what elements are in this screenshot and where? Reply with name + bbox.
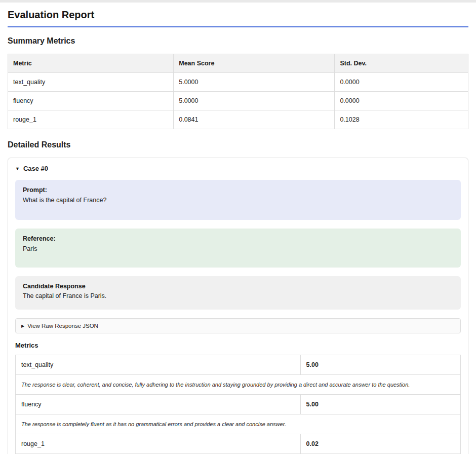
case-title: Case #0 [23, 165, 48, 172]
metric-name-cell: text_quality [16, 355, 301, 375]
metrics-heading: Metrics [15, 342, 461, 349]
mean-score-cell: 5.0000 [174, 73, 335, 92]
candidate-response-box: Candidate Response The capital of France… [15, 276, 461, 310]
metric-row: fluency 5.00 [16, 395, 461, 414]
prompt-box: Prompt: What is the capital of France? [15, 180, 461, 220]
column-header-std-dev: Std. Dev. [335, 54, 468, 73]
summary-metrics-table: Metric Mean Score Std. Dev. text_quality… [8, 54, 468, 129]
report-page: Evaluation Report Summary Metrics Metric… [0, 3, 476, 454]
metric-explanation-row: The response is clear, coherent, and con… [16, 375, 461, 395]
prompt-label: Prompt: [23, 186, 453, 195]
summary-header-row: Metric Mean Score Std. Dev. [8, 54, 468, 73]
table-row: fluency 5.0000 0.0000 [8, 92, 468, 110]
candidate-response-text: The capital of France is Paris. [23, 292, 453, 300]
metric-score-cell: 5.00 [300, 395, 460, 414]
page-title: Evaluation Report [8, 9, 468, 27]
chevron-right-icon: ▶ [21, 324, 24, 328]
metric-row: text_quality 5.00 [16, 355, 461, 375]
metric-name-cell: fluency [16, 395, 301, 414]
mean-score-cell: 5.0000 [174, 92, 335, 110]
metric-name-cell: text_quality [8, 73, 174, 92]
view-raw-json-label: View Raw Response JSON [27, 323, 98, 329]
chevron-down-icon: ▼ [15, 166, 20, 171]
case-card-0: ▼ Case #0 Prompt: What is the capital of… [8, 158, 468, 454]
reference-text: Paris [23, 245, 453, 253]
std-dev-cell: 0.0000 [335, 92, 468, 110]
table-row: text_quality 5.0000 0.0000 [8, 73, 468, 92]
column-header-mean-score: Mean Score [174, 54, 335, 73]
reference-label: Reference: [23, 235, 453, 243]
column-header-metric: Metric [8, 54, 174, 73]
view-raw-json-toggle[interactable]: ▶ View Raw Response JSON [15, 318, 461, 333]
std-dev-cell: 0.1028 [335, 110, 468, 129]
metric-score-cell: 5.00 [300, 355, 460, 375]
metric-row: rouge_1 0.02 [16, 434, 461, 454]
case-metrics-table: text_quality 5.00 The response is clear,… [15, 355, 461, 454]
metric-name-cell: rouge_1 [8, 110, 174, 129]
table-row: rouge_1 0.0841 0.1028 [8, 110, 468, 129]
reference-box: Reference: Paris [15, 229, 461, 268]
metric-name-cell: rouge_1 [16, 434, 301, 454]
metric-name-cell: fluency [8, 92, 174, 110]
summary-metrics-heading: Summary Metrics [8, 36, 468, 46]
candidate-response-label: Candidate Response [23, 282, 453, 291]
metric-score-cell: 0.02 [300, 434, 460, 454]
prompt-text: What is the capital of France? [23, 196, 453, 205]
detailed-results-heading: Detailed Results [8, 140, 468, 149]
metric-explanation-row: The response is completely fluent as it … [16, 414, 461, 434]
case-0-toggle[interactable]: ▼ Case #0 [15, 165, 461, 172]
mean-score-cell: 0.0841 [174, 110, 335, 129]
std-dev-cell: 0.0000 [335, 73, 468, 92]
metric-explanation-text: The response is clear, coherent, and con… [16, 375, 461, 395]
case-0-body: Prompt: What is the capital of France? R… [15, 172, 461, 454]
metric-explanation-text: The response is completely fluent as it … [16, 414, 461, 434]
